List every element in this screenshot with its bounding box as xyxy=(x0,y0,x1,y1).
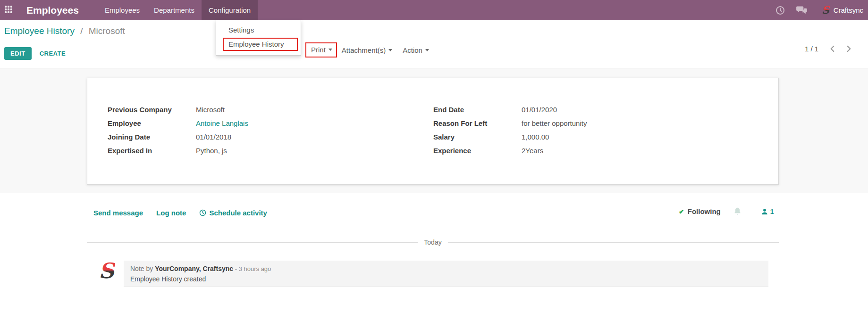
action-buttons: Print Attachment(s) Action xyxy=(305,42,429,57)
dropdown-item-settings[interactable]: Settings xyxy=(216,24,301,36)
field-value-expertised-in: Python, js xyxy=(196,144,227,157)
schedule-activity-button[interactable]: Schedule activity xyxy=(199,209,267,217)
message-prefix: Note by xyxy=(130,265,155,272)
messages-icon[interactable] xyxy=(796,6,807,15)
sheet-background: Previous Company Microsoft Employee Anto… xyxy=(0,68,868,193)
breadcrumb: Employee History / Microsoft xyxy=(4,26,125,36)
field-value-employee-link[interactable]: Antoine Langlais xyxy=(196,116,248,130)
field-row: Employee Antoine Langlais xyxy=(108,116,248,130)
field-label: Salary xyxy=(433,130,522,144)
menu-departments[interactable]: Departments xyxy=(147,0,202,20)
field-label: Reason For Left xyxy=(433,116,522,130)
pager-previous-button[interactable] xyxy=(830,45,835,52)
field-row: Salary 1,000.00 xyxy=(433,130,587,144)
company-logo-icon: S xyxy=(821,5,830,16)
edit-button[interactable]: EDIT xyxy=(4,47,32,60)
form-buttons: EDIT CREATE xyxy=(4,47,66,60)
date-divider: Today xyxy=(87,238,779,246)
message-body: Employee History created xyxy=(130,275,768,283)
dropdown-item-employee-history[interactable]: Employee History xyxy=(223,38,298,51)
pager-count: 1 / 1 xyxy=(805,45,818,53)
main-menu: Employees Departments Configuration xyxy=(98,0,258,20)
print-dropdown-button[interactable]: Print xyxy=(305,42,337,57)
message-header: Note by YourCompany, Craftsync - 3 hours… xyxy=(130,265,768,272)
field-value-previous-company: Microsoft xyxy=(196,103,225,116)
field-label: End Date xyxy=(433,103,522,116)
menu-configuration[interactable]: Configuration xyxy=(202,0,258,20)
user-menu[interactable]: S Craftsync xyxy=(821,5,863,16)
bell-icon[interactable] xyxy=(733,207,742,216)
user-name[interactable]: Craftsync xyxy=(834,6,863,14)
configuration-dropdown: Settings Employee History xyxy=(216,20,301,56)
print-label: Print xyxy=(311,46,326,54)
app-title[interactable]: Employees xyxy=(26,5,79,16)
caret-down-icon xyxy=(329,49,332,51)
following-label: Following xyxy=(688,207,721,215)
field-label: Employee xyxy=(108,116,196,130)
field-label: Previous Company xyxy=(108,103,196,116)
check-icon: ✔ xyxy=(679,208,684,215)
clock-icon xyxy=(199,209,206,216)
field-value-reason-for-left: for better opportunity xyxy=(522,116,587,130)
action-dropdown-button[interactable]: Action xyxy=(403,46,429,54)
control-panel: Employee History / Microsoft EDIT CREATE… xyxy=(0,20,868,68)
log-note-button[interactable]: Log note xyxy=(156,209,186,217)
form-left-column: Previous Company Microsoft Employee Anto… xyxy=(108,103,248,157)
pager: 1 / 1 xyxy=(805,45,851,53)
pager-next-button[interactable] xyxy=(846,45,851,52)
followers-button[interactable]: 1 xyxy=(761,208,774,215)
send-message-button[interactable]: Send message xyxy=(93,209,143,217)
date-divider-label: Today xyxy=(424,238,441,246)
breadcrumb-parent-link[interactable]: Employee History xyxy=(4,26,75,36)
attachments-label: Attachment(s) xyxy=(342,46,386,54)
apps-grid-icon[interactable] xyxy=(5,6,14,15)
breadcrumb-current: Microsoft xyxy=(89,26,125,36)
field-row: End Date 01/01/2020 xyxy=(433,103,587,116)
field-label: Experience xyxy=(433,144,522,157)
employee-history-form-card: Previous Company Microsoft Employee Anto… xyxy=(87,78,779,185)
field-row: Joining Date 01/01/2018 xyxy=(108,130,248,144)
message-author: YourCompany, Craftsync xyxy=(155,265,233,272)
navbar-right: S Craftsync xyxy=(775,5,868,16)
form-right-column: End Date 01/01/2020 Reason For Left for … xyxy=(433,103,587,157)
field-label: Joining Date xyxy=(108,130,196,144)
message-timestamp: - 3 hours ago xyxy=(233,265,271,272)
chatter-actions: Send message Log note Schedule activity xyxy=(93,209,267,217)
breadcrumb-separator: / xyxy=(80,26,83,36)
field-value-joining-date: 01/01/2018 xyxy=(196,130,231,144)
activities-clock-icon[interactable] xyxy=(775,6,785,15)
menu-employees[interactable]: Employees xyxy=(98,0,147,20)
action-label: Action xyxy=(403,46,422,54)
attachments-dropdown-button[interactable]: Attachment(s) xyxy=(342,46,392,54)
follow-area: ✔ Following 1 xyxy=(679,207,774,216)
person-icon xyxy=(761,208,768,215)
svg-text:S: S xyxy=(822,5,830,16)
field-value-salary: 1,000.00 xyxy=(522,130,549,144)
field-row: Previous Company Microsoft xyxy=(108,103,248,116)
message-row: Note by YourCompany, Craftsync - 3 hours… xyxy=(124,261,768,287)
following-button[interactable]: ✔ Following xyxy=(679,207,721,215)
svg-text:S: S xyxy=(99,260,115,282)
field-value-experience: 2Years xyxy=(522,144,543,157)
follower-count: 1 xyxy=(770,208,774,215)
field-label: Expertised In xyxy=(108,144,196,157)
caret-down-icon xyxy=(425,49,429,51)
caret-down-icon xyxy=(388,49,392,51)
create-button[interactable]: CREATE xyxy=(40,50,66,57)
message-author-avatar: S xyxy=(98,260,115,282)
schedule-activity-label: Schedule activity xyxy=(209,209,267,217)
chatter: Send message Log note Schedule activity … xyxy=(0,193,868,312)
field-row: Reason For Left for better opportunity xyxy=(433,116,587,130)
field-row: Expertised In Python, js xyxy=(108,144,248,157)
top-navbar: Employees Employees Departments Configur… xyxy=(0,0,868,20)
field-value-end-date: 01/01/2020 xyxy=(522,103,557,116)
field-row: Experience 2Years xyxy=(433,144,587,157)
